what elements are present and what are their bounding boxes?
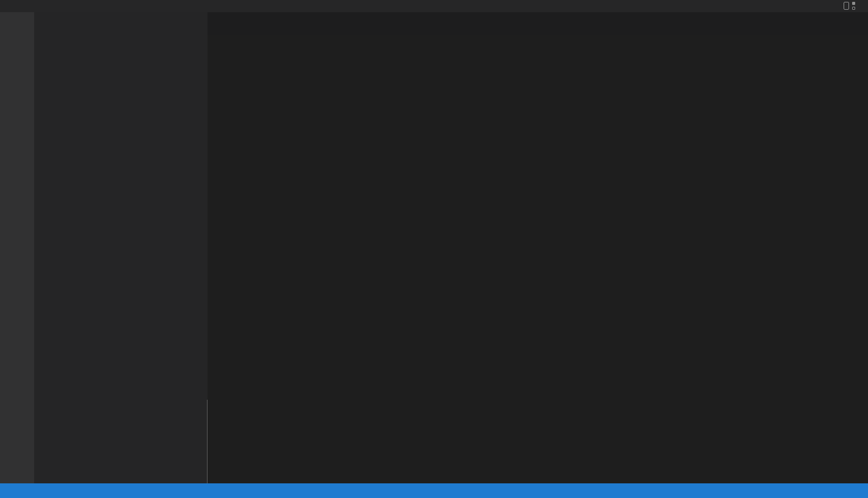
tab-bar [208, 12, 868, 35]
breadcrumb [208, 35, 868, 50]
layout-control-icon[interactable] [844, 2, 859, 10]
zoom-window-button[interactable] [29, 2, 37, 10]
status-bar [0, 483, 868, 498]
close-window-button[interactable] [5, 2, 12, 10]
minimize-window-button[interactable] [17, 2, 24, 10]
code-editor[interactable] [208, 50, 868, 483]
sidebar-header [34, 12, 208, 37]
explorer-sidebar [34, 12, 208, 483]
title-bar [0, 0, 868, 12]
activity-bar [0, 12, 34, 483]
traffic-lights [5, 2, 37, 10]
editor-group [208, 12, 868, 483]
vscode-window [0, 0, 868, 498]
